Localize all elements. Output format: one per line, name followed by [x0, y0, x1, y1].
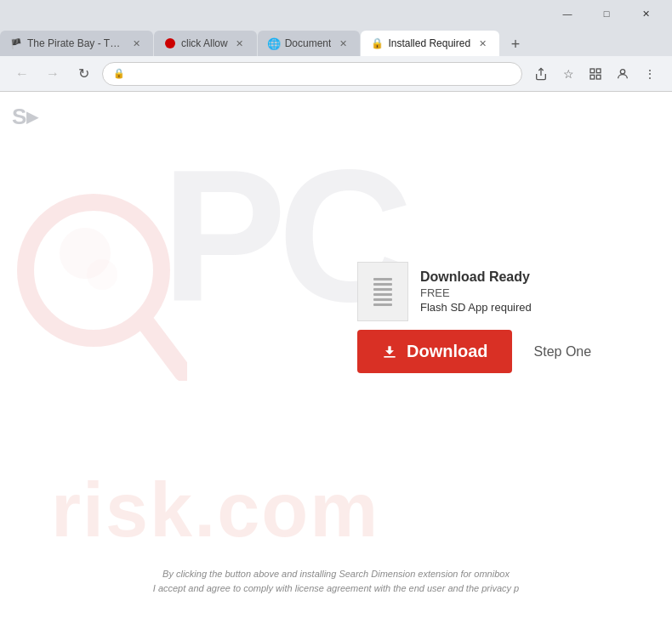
document-favicon-icon: 🌐: [268, 37, 280, 49]
close-button[interactable]: ✕: [626, 0, 665, 27]
icon-line-2: [373, 283, 392, 286]
app-icon-box: [357, 262, 408, 321]
footer-disclaimer: By clicking the button above and install…: [0, 567, 672, 597]
download-app-label: Flash SD App required: [420, 301, 532, 314]
svg-point-5: [620, 69, 624, 73]
tab-piratebay-close[interactable]: ✕: [129, 37, 143, 50]
bookmark-icon[interactable]: ☆: [556, 62, 580, 86]
download-text: Download Ready FREE Flash SD App require…: [420, 269, 532, 314]
profile-icon[interactable]: [611, 62, 635, 86]
download-info: Download Ready FREE Flash SD App require…: [357, 262, 605, 321]
svg-rect-2: [596, 69, 601, 73]
address-bar: ← → ↻ 🔒 ☆ ⋮: [0, 56, 672, 92]
share-icon[interactable]: [529, 62, 553, 86]
title-bar: — □ ✕: [0, 0, 672, 27]
tab-piratebay-title: The Pirate Bay - The ga...: [27, 37, 124, 49]
tab-document-title: Document: [285, 37, 332, 49]
clickallow-favicon-icon: [164, 37, 176, 49]
disclaimer-line2: I accept and agree to comply with licens…: [0, 581, 672, 597]
extensions-icon[interactable]: [584, 62, 607, 86]
installed-favicon-icon: 🔒: [371, 37, 383, 49]
download-button-label: Download: [407, 342, 488, 361]
icon-line-6: [373, 303, 392, 306]
maximize-button[interactable]: □: [587, 0, 626, 27]
tab-clickallow-close[interactable]: ✕: [233, 37, 247, 50]
window-controls: — □ ✕: [548, 0, 665, 27]
tab-installed-close[interactable]: ✕: [476, 37, 489, 50]
lock-icon: 🔒: [113, 68, 125, 79]
svg-point-8: [87, 259, 117, 290]
tab-installed-required[interactable]: 🔒 Installed Required ✕: [361, 31, 499, 56]
page-logo: S▸: [12, 104, 37, 130]
risk-watermark: risk.com: [51, 467, 379, 554]
svg-rect-1: [590, 69, 595, 73]
magnifier-watermark: [17, 194, 187, 381]
tabs-bar: 🏴 The Pirate Bay - The ga... ✕ click All…: [0, 27, 672, 56]
icon-line-1: [373, 278, 392, 280]
icon-line-5: [373, 298, 392, 301]
step-one-button[interactable]: Step One: [521, 336, 606, 368]
download-ready-label: Download Ready: [420, 269, 532, 285]
tab-document-close[interactable]: ✕: [336, 37, 350, 50]
url-bar[interactable]: 🔒: [102, 62, 522, 86]
disclaimer-line1: By clicking the button above and install…: [0, 567, 672, 582]
svg-rect-4: [590, 75, 595, 79]
page-content: S▸ PC risk.com Download Ready: [0, 92, 672, 629]
forward-button[interactable]: →: [41, 62, 65, 86]
tab-clickallow[interactable]: click Allow ✕: [154, 31, 257, 56]
window-chrome: — □ ✕ 🏴 The Pirate Bay - The ga... ✕ cli…: [0, 0, 672, 92]
download-btn-row: Download Step One: [357, 330, 605, 373]
pirate-favicon-icon: 🏴: [10, 37, 22, 49]
tab-document[interactable]: 🌐 Document ✕: [258, 31, 361, 56]
app-icon-lines: [373, 278, 392, 306]
svg-line-9: [145, 321, 183, 372]
address-bar-icons: ☆ ⋮: [529, 62, 662, 86]
download-button[interactable]: Download: [357, 330, 512, 373]
menu-icon[interactable]: ⋮: [638, 62, 662, 86]
reload-button[interactable]: ↻: [71, 62, 95, 86]
tab-clickallow-title: click Allow: [181, 37, 228, 49]
tab-piratebay[interactable]: 🏴 The Pirate Bay - The ga... ✕: [0, 31, 153, 56]
icon-line-3: [373, 288, 392, 291]
main-card: Download Ready FREE Flash SD App require…: [357, 262, 605, 373]
minimize-button[interactable]: —: [548, 0, 587, 27]
svg-rect-3: [596, 75, 601, 79]
new-tab-button[interactable]: +: [504, 32, 527, 56]
download-free-label: FREE: [420, 286, 532, 299]
back-button[interactable]: ←: [10, 62, 34, 86]
tab-installed-title: Installed Required: [388, 37, 470, 49]
download-icon: [381, 343, 398, 360]
icon-line-4: [373, 293, 392, 296]
